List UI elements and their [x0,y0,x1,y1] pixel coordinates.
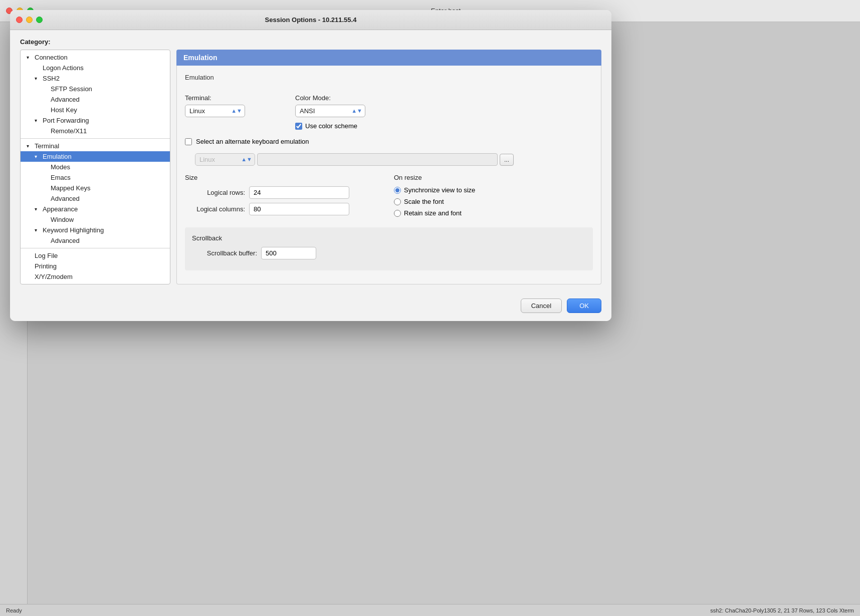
resize-section: On resize Synchronize view to size Scale… [394,174,593,219]
chevron-down-icon: ▾ [35,206,41,212]
tree-item-remote-x11[interactable]: Remote/X11 [21,126,170,136]
tree-item-host-key[interactable]: Host Key [21,105,170,115]
tree-item-label: SFTP Session [51,85,92,93]
tree-item-window[interactable]: Window [21,214,170,225]
chevron-down-icon: ▾ [27,143,33,149]
scrollback-buffer-input[interactable] [261,247,316,259]
terminal-select[interactable]: Linux VT100 VT220 Xterm ANSI [185,105,245,117]
tree-item-label: Advanced [51,96,80,103]
dialog-footer: Cancel OK [10,292,611,321]
scale-font-row: Scale the font [394,198,593,205]
chevron-down-icon: ▾ [27,55,33,60]
tree-item-label: Mapped Keys [51,184,91,192]
retain-size-label: Retain size and font [404,209,462,217]
logical-columns-input[interactable] [249,203,349,215]
panel-body: Emulation Terminal: Linux VT100 VT220 Xt… [176,66,601,284]
tree-item-label: Remote/X11 [51,127,87,135]
tree-item-label: Logon Actions [43,64,84,72]
tree-item-xy-zmodem[interactable]: X/Y/Zmodem [21,271,170,282]
dialog-title: Session Options - 10.211.55.4 [265,16,357,24]
alternate-keyboard-label: Select an alternate keyboard emulation [196,138,309,145]
retain-size-row: Retain size and font [394,209,593,217]
status-ready: Ready [6,607,22,613]
status-right: ssh2: ChaCha20-Poly1305 2, 21 37 Rows, 1… [710,607,854,613]
tree-item-label: Modes [51,163,70,171]
scrollback-buffer-row: Scrollback buffer: [192,247,586,259]
tree-item-label: X/Y/Zmodem [35,273,73,280]
panel-header: Emulation [176,50,601,66]
tree-item-appearance[interactable]: ▾ Appearance [21,204,170,214]
chevron-down-icon: ▾ [35,76,41,81]
tree-item-log-file[interactable]: Log File [21,250,170,261]
alternate-keyboard-checkbox[interactable] [185,138,192,145]
scrollback-buffer-label: Scrollback buffer: [192,249,257,257]
browse-button[interactable]: ... [500,154,514,166]
tree-item-ssh2[interactable]: ▾ SSH2 [21,73,170,84]
logical-rows-input[interactable] [249,186,349,199]
tree-item-label: Emacs [51,174,71,181]
tree-item-label: Advanced [51,237,80,244]
emulation-section-label: Emulation [185,74,593,81]
dialog-content: ▾ Connection Logon Actions ▾ SSH2 SFTP S… [20,50,601,284]
ok-button[interactable]: OK [567,298,601,313]
chevron-down-icon: ▾ [35,227,41,233]
sync-view-label: Synchronize view to size [404,186,475,194]
tree-item-printing[interactable]: Printing [21,261,170,271]
keyboard-select[interactable]: Linux [195,153,255,166]
logical-columns-label: Logical columns: [185,205,245,213]
scale-font-radio[interactable] [394,198,401,205]
tree-item-logon-actions[interactable]: Logon Actions [21,63,170,73]
size-resize-row: Size Logical rows: Logical columns: [185,174,593,219]
tree-item-label: Log File [35,252,58,259]
color-mode-select[interactable]: ANSI 8 Colors 256 Colors True Color [295,105,365,117]
tree-item-modes[interactable]: Modes [21,162,170,172]
tree-item-label: SSH2 [43,75,60,82]
tree-item-label: Appearance [43,205,78,213]
dialog-close-button[interactable] [16,17,23,23]
tree-item-emacs[interactable]: Emacs [21,172,170,183]
keyboard-text-input[interactable] [257,153,498,166]
scale-font-label: Scale the font [404,198,444,205]
use-color-scheme-checkbox[interactable] [295,123,302,130]
scrollback-label: Scrollback [192,234,586,242]
tree-item-label: Emulation [43,153,72,160]
dialog-body: Category: ▾ Connection Logon Actions ▾ S… [10,30,611,292]
tree-item-sftp-session[interactable]: SFTP Session [21,84,170,94]
tree-item-connection[interactable]: ▾ Connection [21,52,170,63]
tree-item-keyword-highlighting[interactable]: ▾ Keyword Highlighting [21,225,170,235]
chevron-down-icon: ▾ [35,118,41,123]
chevron-down-icon: ▾ [35,154,41,159]
sync-view-row: Synchronize view to size [394,186,593,194]
resize-radio-group: Synchronize view to size Scale the font … [394,186,593,217]
keyboard-select-wrapper: Linux ▲▼ [195,153,255,166]
terminal-select-wrapper: Linux VT100 VT220 Xterm ANSI ▲▼ [185,105,245,117]
tree-item-port-forwarding[interactable]: ▾ Port Forwarding [21,115,170,126]
use-color-scheme-row: Use color scheme [295,122,365,130]
terminal-label: Terminal: [185,94,245,102]
tree-item-emulation[interactable]: ▾ Emulation [21,151,170,162]
dialog-titlebar: Session Options - 10.211.55.4 [10,10,611,30]
on-resize-label: On resize [394,174,593,181]
tree-item-mapped-keys[interactable]: Mapped Keys [21,183,170,193]
sync-view-radio[interactable] [394,187,401,194]
dialog-maximize-button[interactable] [36,17,43,23]
status-bar: Ready ssh2: ChaCha20-Poly1305 2, 21 37 R… [0,604,860,616]
tree-item-label: Keyword Highlighting [43,226,104,234]
tree-item-label: Connection [35,54,68,61]
cancel-button[interactable]: Cancel [521,298,562,313]
tree-item-label: Advanced [51,195,80,202]
use-color-scheme-label: Use color scheme [305,122,357,130]
terminal-field-group: Terminal: Linux VT100 VT220 Xterm ANSI ▲… [185,94,245,117]
logical-columns-row: Logical columns: [185,203,384,215]
size-section: Size Logical rows: Logical columns: [185,174,384,219]
tree-item-terminal[interactable]: ▾ Terminal [21,141,170,151]
logical-rows-label: Logical rows: [185,189,245,196]
tree-item-ssh2-advanced[interactable]: Advanced [21,94,170,105]
tree-item-terminal-advanced[interactable]: Advanced [21,193,170,204]
tree-item-label: Terminal [35,142,59,150]
dialog-minimize-button[interactable] [26,17,33,23]
tree-item-keyword-advanced[interactable]: Advanced [21,235,170,246]
size-label: Size [185,174,384,181]
retain-size-radio[interactable] [394,210,401,217]
scrollback-section: Scrollback Scrollback buffer: [185,227,593,270]
